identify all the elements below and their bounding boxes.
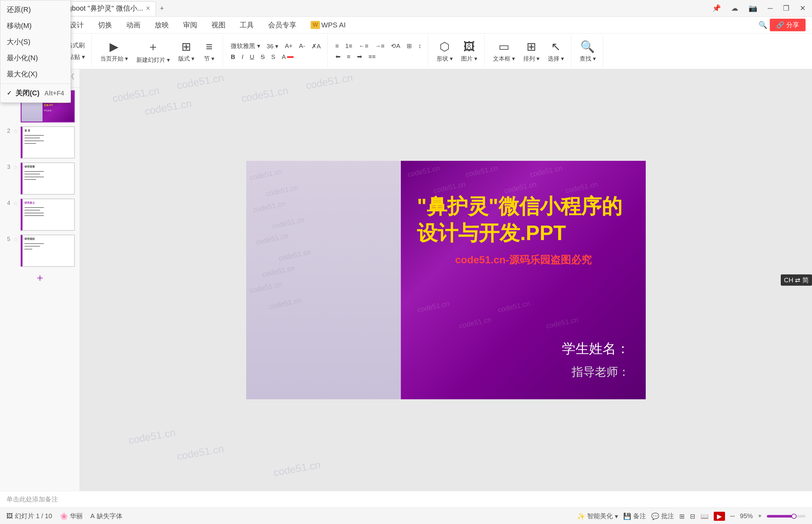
shape-button[interactable]: ⬡ 形状 ▾	[433, 39, 456, 64]
thumb-5-content: 研究现状 ▬▬▬▬▬▬▬▬▬▬▬▬▬▬▬▬▬▬▬▬▬▬	[22, 235, 74, 252]
theme-info[interactable]: 🌸 华丽	[60, 512, 83, 521]
slide-thumb-2[interactable]: 首 言 ▬▬▬▬▬▬▬▬▬▬▬▬▬▬▬▬▬▬▬▬▬▬▬▬▬▬▬▬▬▬▬▬▬▬	[21, 126, 75, 159]
backup-button[interactable]: 💾 备注	[623, 512, 646, 521]
ribbon-tab-animation[interactable]: 动画	[120, 18, 147, 33]
slide-star-2[interactable]: ☆	[13, 128, 18, 135]
zoom-level[interactable]: 95%	[740, 512, 753, 520]
italic-button[interactable]: I	[239, 52, 246, 62]
font-size-dropdown[interactable]: 36 ▾	[264, 42, 281, 51]
context-menu-restore[interactable]: 还原(R)	[0, 2, 70, 18]
align-right-button[interactable]: ➡	[354, 52, 365, 61]
view-read-button[interactable]: 📖	[700, 512, 709, 520]
textbox-button[interactable]: ▭ 文本框 ▾	[490, 39, 518, 64]
font-decrease-button[interactable]: A-	[296, 42, 308, 51]
window-camera-button[interactable]: 📷	[746, 3, 760, 14]
slide-thumb-5[interactable]: 研究现状 ▬▬▬▬▬▬▬▬▬▬▬▬▬▬▬▬▬▬▬▬▬▬	[21, 234, 75, 267]
shadow-button[interactable]: S	[269, 52, 278, 62]
numbered-list-button[interactable]: 1≡	[343, 42, 355, 51]
indent-less-button[interactable]: ←≡	[356, 42, 371, 51]
bg-watermark-7: code51.cn	[272, 459, 321, 478]
context-menu-close[interactable]: 关闭(C) Alt+F4	[0, 85, 70, 101]
font-name-dropdown[interactable]: 微软雅黑 ▾	[228, 41, 263, 51]
align-left-button[interactable]: ⬅	[333, 52, 343, 61]
ribbon-tab-transition[interactable]: 切换	[92, 18, 119, 33]
context-menu-size[interactable]: 大小(S)	[0, 34, 70, 50]
select-button[interactable]: ↖ 选择 ▾	[545, 39, 567, 64]
section-icon: ≡	[206, 40, 213, 53]
arrange-button[interactable]: ⊞ 排列 ▾	[520, 39, 543, 64]
zoom-slider[interactable]	[767, 515, 806, 518]
slide-star-4[interactable]: ☆	[13, 200, 18, 207]
slide-canvas: code51.cn code51.cn code51.cn code51.cn …	[246, 161, 646, 399]
window-minimize-button[interactable]: ─	[765, 3, 775, 14]
notes-placeholder[interactable]: 单击此处添加备注	[6, 495, 58, 504]
slide-count: 幻灯片 1 / 10	[15, 512, 52, 521]
ribbon-tab-wps-ai[interactable]: W WPS AI	[304, 18, 352, 32]
text-direction-button[interactable]: ⟲A	[388, 41, 403, 51]
slide-teacher-label[interactable]: 指导老师：	[417, 364, 630, 380]
font-color-button[interactable]: A	[279, 52, 296, 62]
new-tab-button[interactable]: +	[157, 4, 167, 13]
font-increase-button[interactable]: A+	[282, 42, 295, 51]
ribbon-tab-slideshow[interactable]: 放映	[148, 18, 175, 33]
zoom-out-button[interactable]: ─	[730, 512, 735, 520]
tab-close-icon[interactable]: ✕	[146, 5, 150, 12]
columns-button[interactable]: ⊞	[404, 41, 414, 51]
slide-star-5[interactable]: ☆	[13, 236, 18, 243]
slide-item-2[interactable]: 2 ☆ 首 言 ▬▬▬▬▬▬▬▬▬▬▬▬▬▬▬▬▬▬▬▬▬▬▬▬▬▬▬▬▬▬▬▬…	[3, 126, 77, 159]
context-menu[interactable]: 还原(R) 移动(M) 大小(S) 最小化(N) 最大化(X) 关闭(C) Al…	[0, 0, 71, 103]
window-pin-button[interactable]: 📌	[710, 3, 724, 14]
clear-format-button[interactable]: ✗A	[309, 42, 324, 51]
ch-input-badge[interactable]: CH ⇄ 简	[781, 275, 812, 286]
missing-font-info[interactable]: A 缺失字体	[90, 512, 122, 521]
slide-item-5[interactable]: 5 ☆ 研究现状 ▬▬▬▬▬▬▬▬▬▬▬▬▬▬▬▬▬▬▬▬▬▬	[3, 234, 77, 267]
image-button[interactable]: 🖼 图片 ▾	[458, 39, 480, 64]
add-slide-button[interactable]: ＋	[3, 271, 77, 285]
thumb-3-body: ▬▬▬▬▬▬▬▬▬▬▬▬▬▬▬▬▬▬▬▬▬▬▬▬▬▬▬▬▬▬▬▬▬▬	[24, 170, 72, 181]
layout-button[interactable]: ⊞ 版式 ▾	[175, 39, 198, 64]
bold-button[interactable]: B	[228, 52, 238, 62]
window-restore-button[interactable]: ❐	[780, 3, 792, 14]
strikethrough-button[interactable]: S	[258, 52, 267, 62]
slide-main-title[interactable]: "鼻护灵"微信小程序的设计与开发.PPT	[417, 193, 630, 247]
ribbon-tab-tools[interactable]: 工具	[233, 18, 260, 33]
review-button[interactable]: 💬 批注	[651, 512, 674, 521]
play-button[interactable]: ▶	[714, 512, 725, 521]
font-row1: 微软雅黑 ▾ 36 ▾ A+ A- ✗A	[228, 41, 323, 51]
start-play-button[interactable]: ▶ 当页开始 ▾	[97, 39, 131, 64]
new-slide-button[interactable]: ＋ 新建幻灯片 ▾	[133, 38, 173, 65]
slide-student-label[interactable]: 学生姓名：	[417, 340, 630, 358]
indent-more-button[interactable]: →≡	[372, 42, 387, 51]
ribbon-tab-view[interactable]: 视图	[205, 18, 232, 33]
ribbon: 开始 插入 设计 切换 动画 放映 审阅 视图 工具 会员专享 W WPS AI…	[0, 17, 812, 69]
theme-label: 华丽	[70, 512, 83, 521]
line-spacing-button[interactable]: ↕	[416, 42, 424, 51]
section-button[interactable]: ≡ 节 ▾	[199, 39, 219, 64]
bullet-list-button[interactable]: ≡	[333, 42, 342, 51]
slide-thumb-4[interactable]: 研究意义 ▬▬▬▬▬▬▬▬▬▬▬▬▬▬▬▬▬▬▬▬▬▬▬▬▬▬▬▬▬▬▬▬▬▬▬…	[21, 198, 75, 231]
slide-item-4[interactable]: 4 ☆ 研究意义 ▬▬▬▬▬▬▬▬▬▬▬▬▬▬▬▬▬▬▬▬▬▬▬▬▬▬▬▬▬▬▬…	[3, 198, 77, 231]
shape-icon: ⬡	[440, 40, 449, 53]
underline-button[interactable]: U	[247, 52, 257, 62]
view-grid-button[interactable]: ⊟	[690, 512, 695, 520]
slide-item-3[interactable]: 3 ☆ 研究背景 ▬▬▬▬▬▬▬▬▬▬▬▬▬▬▬▬▬▬▬▬▬▬▬▬▬▬▬▬▬▬▬…	[3, 162, 77, 195]
ribbon-tab-review[interactable]: 审阅	[177, 18, 204, 33]
share-button[interactable]: 🔗 分享	[770, 19, 806, 31]
zoom-in-button[interactable]: +	[758, 512, 762, 520]
context-menu-minimize[interactable]: 最小化(N)	[0, 50, 70, 66]
context-menu-move[interactable]: 移动(M)	[0, 18, 70, 34]
search-icon[interactable]: 🔍	[759, 21, 767, 29]
align-center-button[interactable]: ≡	[345, 52, 353, 61]
view-normal-button[interactable]: ⊞	[679, 512, 685, 520]
main-area: 大纲 幻灯片 《 1 ☆ 鼻护灵微信小程序的设计与开发.PPT 学生姓名：	[0, 69, 812, 491]
slide-star-3[interactable]: ☆	[13, 164, 18, 171]
context-menu-maximize[interactable]: 最大化(X)	[0, 66, 70, 82]
window-close-button[interactable]: ✕	[797, 3, 808, 14]
ribbon-tab-member[interactable]: 会员专享	[262, 18, 303, 33]
find-button[interactable]: 🔍 查找 ▾	[577, 39, 599, 64]
window-cloud-button[interactable]: ☁	[729, 3, 741, 14]
justify-button[interactable]: ≡≡	[366, 52, 378, 61]
beauty-button[interactable]: ✨ 智能美化 ▾	[577, 512, 618, 521]
slide-thumb-3[interactable]: 研究背景 ▬▬▬▬▬▬▬▬▬▬▬▬▬▬▬▬▬▬▬▬▬▬▬▬▬▬▬▬▬▬▬▬▬▬	[21, 162, 75, 195]
slide-bottom-info: 学生姓名： 指导老师：	[417, 340, 630, 380]
